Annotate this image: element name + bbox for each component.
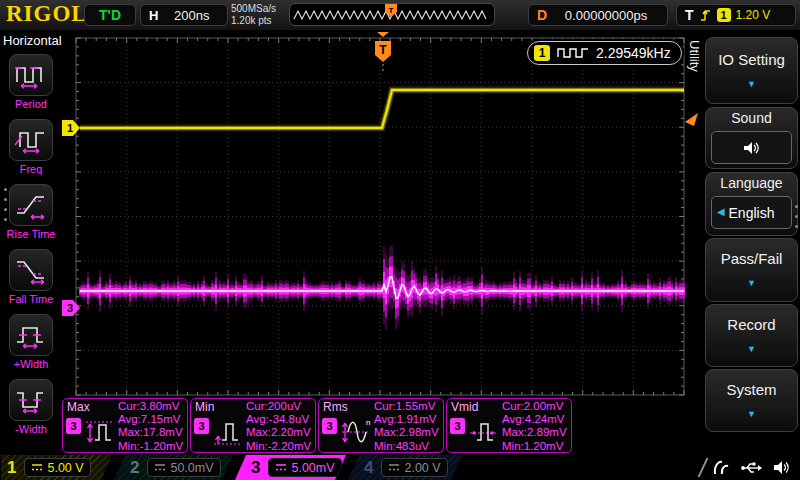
measurement-value: Max:2.20mV — [246, 426, 316, 439]
channel-number: 3 — [251, 458, 260, 478]
chevron-down-icon — [747, 272, 756, 290]
delay-label: D — [537, 7, 547, 23]
freq-icon — [13, 125, 49, 155]
measurement-value: Min:-2.20mV — [246, 440, 316, 453]
top-status-bar: RIGOL T'D H 200ns 500MSa/s 1.20k pts T D… — [0, 0, 800, 30]
measure-menu: Horizontal Period Freq Rise Tim — [0, 30, 62, 455]
menu-item-label: Rise Time — [0, 228, 62, 240]
frequency-counter: 1 2.29549kHz — [527, 41, 682, 65]
language-button[interactable]: Language English — [705, 172, 798, 236]
measurement-value: Cur:200uV — [246, 400, 316, 413]
record-button[interactable]: Record — [705, 304, 798, 367]
menu-item-label: -Width — [0, 423, 62, 435]
fall-time-icon — [13, 255, 49, 285]
timebase-value: 200ns — [164, 8, 219, 23]
frequency-value: 2.29549kHz — [596, 45, 671, 61]
ch3-trace — [80, 245, 684, 329]
channel-scale-box: 2.00 V — [381, 458, 447, 477]
measurement-name: Min — [195, 400, 214, 414]
menu-item-period[interactable]: Period — [0, 54, 62, 110]
sample-rate: 500MSa/s — [231, 3, 276, 15]
measurement-panel-min: Min 3 Cur:200uV Avg:-34.8uV Max:2.20mV M… — [190, 398, 316, 453]
measurement-name: Rms — [323, 400, 348, 414]
trigger-source-badge: 1 — [717, 8, 731, 22]
svg-text:1: 1 — [67, 122, 73, 134]
channel-scale-box: 5.00 V — [24, 458, 90, 477]
channel-scale-box: 5.00mV — [268, 458, 341, 477]
divider — [698, 458, 709, 477]
measurement-name: Vmid — [451, 400, 478, 414]
period-icon — [13, 60, 49, 90]
system-button[interactable]: System — [705, 369, 798, 432]
menu-item-label: +Width — [0, 358, 62, 370]
button-label: Pass/Fail — [721, 250, 783, 267]
channel-badge: 1 — [534, 45, 550, 61]
menu-item-freq[interactable]: Freq — [0, 119, 62, 175]
measurement-value: Max:2.98mV — [374, 426, 444, 439]
channel-2-button[interactable]: 2 50.0mV — [114, 455, 233, 480]
plus-width-icon — [13, 320, 49, 350]
io-setting-button[interactable]: IO Setting — [705, 37, 798, 104]
menu-item-minus-width[interactable]: -Width — [0, 379, 62, 435]
memory-waveform-preview[interactable]: T — [289, 3, 495, 26]
channel-scale: 5.00mV — [291, 461, 334, 475]
ch1-position-marker: 1 — [62, 120, 80, 136]
trigger-status-text: T'D — [99, 7, 121, 23]
max-measure-icon — [82, 416, 118, 450]
menu-item-plus-width[interactable]: +Width — [0, 314, 62, 370]
sound-button[interactable]: Sound — [705, 107, 798, 169]
measurement-channel-badge: 3 — [450, 418, 465, 434]
rms-measure-icon: n — [338, 416, 374, 450]
minus-width-icon — [13, 385, 49, 415]
trigger-status-badge: T'D — [84, 4, 136, 26]
measurement-panel-rms: Rms 3 n Cur:1.55mV Avg:1.91mV Max:2.98mV… — [318, 398, 444, 453]
svg-text:T: T — [389, 6, 394, 15]
measurement-value: Avg:4.24mV — [502, 413, 572, 426]
status-icons — [712, 459, 792, 476]
rise-time-icon — [13, 190, 49, 220]
menu-item-label: Period — [0, 98, 62, 110]
vmid-measure-icon — [466, 416, 502, 450]
language-value: English — [729, 205, 775, 221]
measurement-panel-max: Max 3 Cur:3.80mV Avg:7.15mV Max:17.8mV M… — [62, 398, 188, 453]
pass-fail-button[interactable]: Pass/Fail — [705, 238, 798, 302]
delay-badge[interactable]: D 0.00000000ps — [528, 4, 668, 26]
channel-number: 1 — [7, 458, 16, 478]
measurement-channel-badge: 3 — [194, 418, 209, 434]
menu-item-rise-time[interactable]: Rise Time — [0, 184, 62, 240]
speaker-icon[interactable] — [772, 459, 792, 476]
measurement-value: Max:2.89mV — [502, 426, 572, 439]
channel-scale: 2.00 V — [404, 461, 440, 475]
channel-1-button[interactable]: 1 5.00 V — [1, 455, 112, 480]
button-label: Sound — [731, 110, 771, 126]
preview-wave-icon: T — [290, 4, 494, 25]
menu-item-label: Freq — [0, 163, 62, 175]
timebase-badge[interactable]: H 200ns — [140, 4, 228, 26]
channel-number: 4 — [364, 458, 373, 478]
ch1-trace — [80, 90, 684, 128]
measure-menu-title: Horizontal — [3, 33, 62, 48]
trigger-badge[interactable]: T 1 1.20 V — [676, 4, 796, 26]
menu-item-fall-time[interactable]: Fall Time — [0, 249, 62, 305]
rising-edge-icon — [699, 8, 712, 22]
language-select[interactable]: English — [711, 196, 792, 229]
delay-value: 0.00000000ps — [553, 8, 659, 23]
sound-toggle[interactable] — [711, 131, 792, 164]
acquisition-info: 500MSa/s 1.20k pts — [231, 3, 276, 27]
usb-icon[interactable] — [740, 460, 764, 475]
channel-scale-box: 50.0mV — [147, 458, 220, 477]
channel-scale: 5.00 V — [47, 461, 83, 475]
channel-4-button[interactable]: 4 2.00 V — [348, 455, 462, 480]
speaker-icon — [742, 140, 762, 156]
dc-coupling-icon — [31, 463, 43, 472]
channel-3-button[interactable]: 3 5.00mV — [235, 455, 346, 480]
chevron-down-icon — [747, 403, 756, 421]
trigger-label: T — [685, 7, 694, 23]
measurement-name: Max — [67, 400, 90, 414]
chevron-down-icon — [747, 338, 756, 356]
dc-coupling-icon — [388, 463, 400, 472]
svg-text:n: n — [366, 418, 370, 427]
square-wave-icon — [556, 46, 590, 60]
button-label: Language — [720, 175, 782, 191]
trigger-level-value: 1.20 V — [736, 8, 771, 22]
